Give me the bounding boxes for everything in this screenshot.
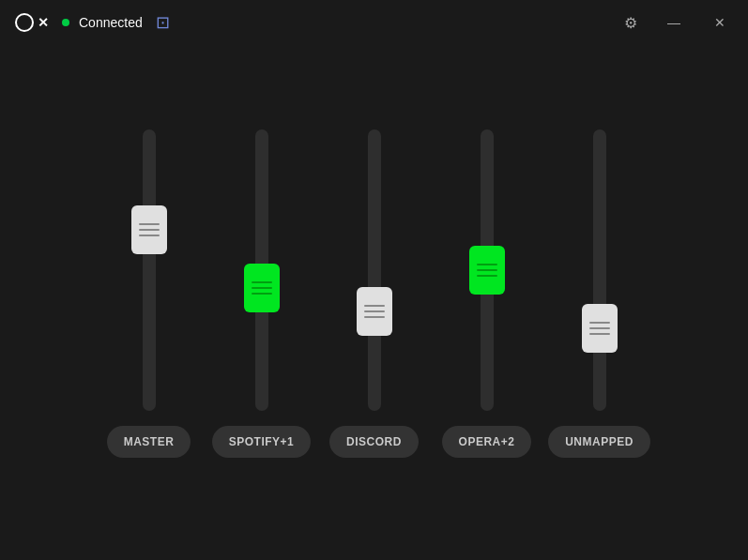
slider-track-container-master: [140, 129, 159, 411]
slider-thumb-opera[interactable]: [469, 246, 505, 295]
slider-track-unmapped: [593, 129, 606, 411]
thumb-line-spotify-1: [252, 287, 272, 289]
thumb-line-master-1: [139, 229, 160, 231]
titlebar-right: ⚙ — ✕: [620, 10, 733, 36]
thumb-line-opera-2: [477, 275, 497, 277]
slider-thumb-spotify[interactable]: [244, 264, 280, 312]
slider-thumb-unmapped[interactable]: [582, 304, 618, 353]
slider-track-master: [143, 129, 156, 411]
minimize-button[interactable]: —: [660, 11, 688, 34]
main-content: MASTERSPOTIFY+1DISCORDOPERA+2UNMAPPED: [0, 45, 748, 560]
discord-icon: ⊡: [156, 12, 170, 33]
thumb-line-opera-0: [477, 264, 497, 265]
channel-master: MASTER: [93, 129, 206, 458]
thumb-line-discord-2: [364, 316, 385, 318]
channel-label-spotify[interactable]: SPOTIFY+1: [212, 426, 312, 458]
logo-circle: [15, 13, 34, 32]
thumb-line-master-0: [139, 223, 160, 225]
slider-thumb-master[interactable]: [131, 205, 167, 254]
channel-opera: OPERA+2: [431, 129, 543, 458]
thumb-line-spotify-0: [252, 281, 272, 283]
thumb-line-unmapped-2: [589, 333, 610, 335]
slider-track-discord: [368, 129, 381, 411]
thumb-line-discord-1: [364, 310, 385, 312]
status-dot: [62, 19, 69, 26]
channel-label-unmapped[interactable]: UNMAPPED: [548, 426, 650, 458]
channel-label-discord[interactable]: DISCORD: [329, 426, 419, 458]
slider-thumb-discord[interactable]: [357, 287, 392, 336]
settings-button[interactable]: ⚙: [620, 10, 641, 36]
slider-track-container-opera: [478, 129, 496, 411]
channel-label-opera[interactable]: OPERA+2: [442, 426, 532, 458]
logo-x: ✕: [38, 15, 49, 30]
channel-label-master[interactable]: MASTER: [107, 426, 191, 458]
thumb-line-discord-0: [364, 305, 385, 307]
thumb-line-unmapped-1: [589, 327, 610, 329]
status-text: Connected: [79, 15, 143, 30]
slider-track-container-spotify: [252, 129, 271, 411]
slider-track-container-unmapped: [590, 129, 609, 411]
thumb-line-master-2: [139, 235, 160, 236]
channel-discord: DISCORD: [318, 129, 431, 458]
channel-spotify: SPOTIFY+1: [206, 129, 318, 458]
thumb-line-unmapped-0: [589, 322, 610, 324]
titlebar-left: ✕ Connected ⊡: [15, 12, 620, 33]
thumb-line-opera-1: [477, 269, 497, 271]
close-button[interactable]: ✕: [707, 11, 733, 34]
channel-unmapped: UNMAPPED: [543, 129, 656, 458]
app-logo: ✕: [15, 13, 49, 32]
titlebar: ✕ Connected ⊡ ⚙ — ✕: [0, 0, 748, 45]
mixers-container: MASTERSPOTIFY+1DISCORDOPERA+2UNMAPPED: [93, 129, 656, 477]
slider-track-container-discord: [365, 129, 384, 411]
thumb-line-spotify-2: [252, 293, 272, 295]
